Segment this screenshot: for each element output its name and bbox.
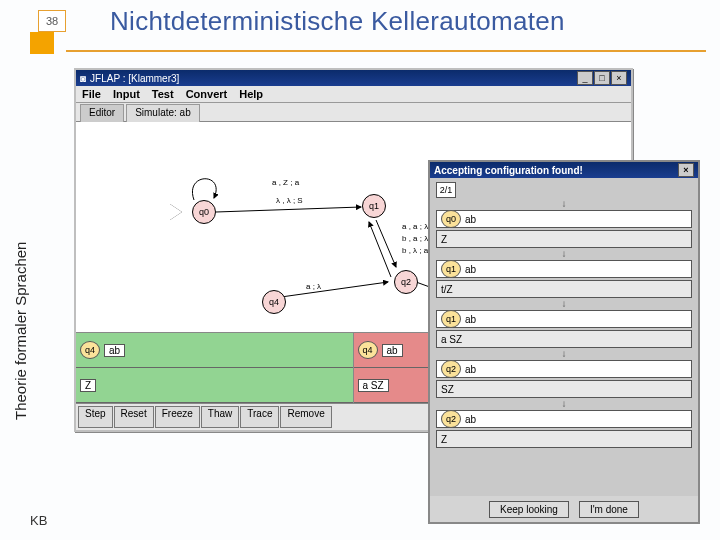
title-rule <box>66 50 706 52</box>
popup-tag: 2/1 <box>436 182 456 198</box>
footer-kb: KB <box>30 513 47 528</box>
accepting-popup: Accepting configuration found! × 2/1 ↓ q… <box>428 160 700 524</box>
im-done-button[interactable]: I'm done <box>579 501 639 518</box>
state-extra[interactable]: q4 <box>262 290 286 314</box>
state-q2[interactable]: q2 <box>394 270 418 294</box>
state-q0[interactable]: q0 <box>192 200 216 224</box>
trace-row: q1ab <box>436 260 692 278</box>
sim-panel-accept: q4 ab Z <box>76 333 354 403</box>
keep-looking-button[interactable]: Keep looking <box>489 501 569 518</box>
step-button[interactable]: Step <box>78 406 113 428</box>
trace-state: q2 <box>441 410 461 428</box>
svg-line-0 <box>216 207 361 212</box>
trace-input: ab <box>465 214 476 225</box>
menu-convert[interactable]: Convert <box>186 88 228 100</box>
svg-line-4 <box>281 282 388 297</box>
topbar: 38 Nichtdeterministische Kellerautomaten <box>0 4 720 52</box>
transition-label: b , a ; λ <box>402 234 428 243</box>
maximize-button[interactable]: □ <box>594 71 610 85</box>
transition-label: λ , λ ; S <box>276 196 303 205</box>
slide: 38 Nichtdeterministische Kellerautomaten… <box>0 0 720 540</box>
sim-input: ab <box>104 344 125 357</box>
thaw-button[interactable]: Thaw <box>201 406 239 428</box>
trace-stack: SZ <box>436 380 692 398</box>
transition-label: b , λ ; a <box>402 246 428 255</box>
transition-label: a , a ; λ <box>402 222 428 231</box>
menu-bar: File Input Test Convert Help <box>76 86 631 103</box>
arrow-down-icon: ↓ <box>436 300 692 308</box>
arrow-down-icon: ↓ <box>436 400 692 408</box>
minimize-button[interactable]: _ <box>577 71 593 85</box>
trace-state: q1 <box>441 310 461 328</box>
trace-input: ab <box>465 314 476 325</box>
tab-simulate[interactable]: Simulate: ab <box>126 104 200 122</box>
trace-stack: a SZ <box>436 330 692 348</box>
state-q1[interactable]: q1 <box>362 194 386 218</box>
side-label: Theorie formaler Sprachen <box>12 242 29 420</box>
app-icon: ◙ <box>80 73 86 84</box>
trace-input: ab <box>465 414 476 425</box>
accent-square <box>30 32 54 54</box>
arrow-down-icon: ↓ <box>436 250 692 258</box>
sim-stack: a SZ <box>358 379 389 392</box>
trace-input: ab <box>465 264 476 275</box>
trace-stack: t/Z <box>436 280 692 298</box>
popup-close-button[interactable]: × <box>678 163 694 177</box>
trace-row: q2ab <box>436 410 692 428</box>
reset-button[interactable]: Reset <box>114 406 154 428</box>
sim-row: Z <box>76 368 353 403</box>
jflap-titlebar: ◙ JFLAP : [Klammer3] _ □ × <box>76 70 631 86</box>
trace-row: q1ab <box>436 310 692 328</box>
arrow-down-icon: ↓ <box>436 350 692 358</box>
sim-input: ab <box>382 344 403 357</box>
freeze-button[interactable]: Freeze <box>155 406 200 428</box>
transition-label: a , Z ; a <box>272 178 299 187</box>
remove-button[interactable]: Remove <box>280 406 331 428</box>
popup-titlebar: Accepting configuration found! × <box>430 162 698 178</box>
arrow-down-icon: ↓ <box>436 200 692 208</box>
tab-editor[interactable]: Editor <box>80 104 124 122</box>
close-button[interactable]: × <box>611 71 627 85</box>
sim-state-chip: q4 <box>358 341 378 359</box>
trace-state: q0 <box>441 210 461 228</box>
popup-body: 2/1 ↓ q0ab Z ↓ q1ab t/Z ↓ q1ab a SZ ↓ q2… <box>430 178 698 496</box>
page-number: 38 <box>38 10 66 32</box>
trace-button[interactable]: Trace <box>240 406 279 428</box>
transition-label: a ; λ <box>306 282 321 291</box>
menu-help[interactable]: Help <box>239 88 263 100</box>
menu-test[interactable]: Test <box>152 88 174 100</box>
popup-buttons: Keep looking I'm done <box>430 496 698 522</box>
sim-stack: Z <box>80 379 96 392</box>
sim-row: q4 ab <box>76 333 353 368</box>
initial-marker <box>170 204 182 220</box>
trace-state: q2 <box>441 360 461 378</box>
svg-line-1 <box>376 220 396 267</box>
menu-file[interactable]: File <box>82 88 101 100</box>
jflap-window-title: JFLAP : [Klammer3] <box>90 73 179 84</box>
trace-input: ab <box>465 364 476 375</box>
menu-input[interactable]: Input <box>113 88 140 100</box>
popup-title: Accepting configuration found! <box>434 165 583 176</box>
tab-bar: Editor Simulate: ab <box>76 103 631 122</box>
sim-state-chip: q4 <box>80 341 100 359</box>
trace-state: q1 <box>441 260 461 278</box>
trace-stack: Z <box>436 430 692 448</box>
trace-row: q2ab <box>436 360 692 378</box>
trace-stack: Z <box>436 230 692 248</box>
slide-title: Nichtdeterministische Kellerautomaten <box>110 6 565 37</box>
trace-row: q0ab <box>436 210 692 228</box>
